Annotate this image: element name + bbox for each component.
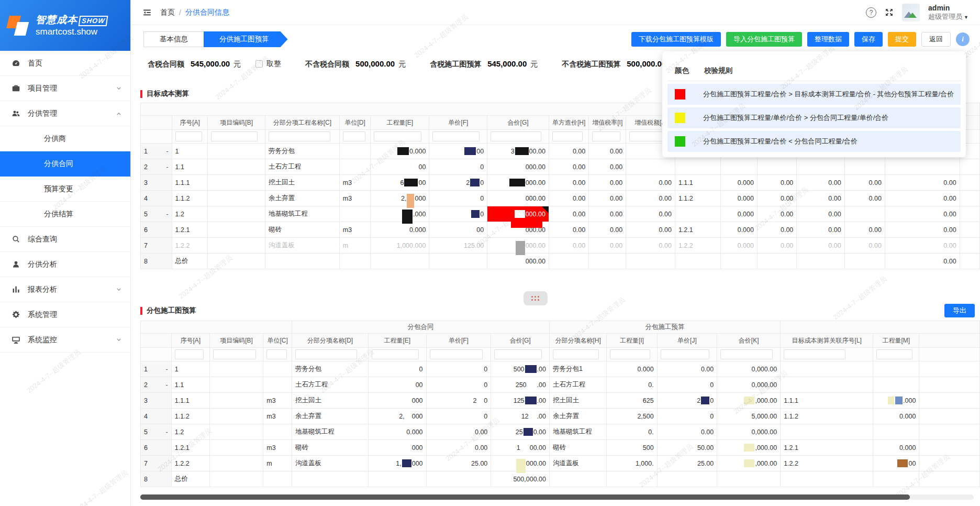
cell[interactable]: 2,000 bbox=[368, 409, 426, 424]
filter-input[interactable] bbox=[720, 349, 772, 359]
cell[interactable]: 000.00 bbox=[487, 175, 549, 191]
import-budget-button[interactable]: 导入分包施工图预算 bbox=[726, 32, 802, 47]
avatar[interactable] bbox=[902, 4, 920, 21]
cell[interactable]: 1.1.1 bbox=[675, 175, 720, 191]
column-header[interactable] bbox=[141, 334, 172, 348]
cell[interactable]: 砌砖 bbox=[549, 440, 606, 456]
cell[interactable]: 0.000 bbox=[720, 222, 757, 238]
cell[interactable]: 000.00 bbox=[487, 238, 549, 254]
cell[interactable]: 0.00 bbox=[757, 206, 796, 222]
column-header[interactable]: 单位[C] bbox=[263, 334, 292, 348]
cell[interactable]: m3 bbox=[263, 409, 292, 424]
filter-input[interactable] bbox=[876, 349, 912, 359]
row-collapse-toggle[interactable]: - bbox=[166, 211, 168, 218]
cell[interactable]: 0.00 bbox=[626, 222, 675, 238]
cell[interactable] bbox=[675, 159, 720, 175]
filter-input[interactable] bbox=[494, 349, 542, 359]
cell[interactable] bbox=[429, 254, 487, 269]
cell[interactable]: 2,000 bbox=[371, 191, 429, 206]
sidebar-item-report-analysis[interactable]: 报表分析 bbox=[0, 277, 130, 302]
filter-input[interactable] bbox=[266, 349, 286, 359]
cell[interactable]: 0. bbox=[607, 377, 658, 393]
cell[interactable] bbox=[781, 471, 873, 487]
tab-basic-info[interactable]: 基本信息 bbox=[143, 31, 204, 47]
column-header[interactable]: 单价[F] bbox=[426, 334, 491, 348]
cell[interactable] bbox=[208, 191, 265, 206]
row-handle[interactable]: 6 bbox=[141, 440, 172, 456]
info-icon[interactable]: i bbox=[956, 32, 970, 46]
back-button[interactable]: 返回 bbox=[921, 32, 951, 47]
cell[interactable]: 0.000 bbox=[368, 424, 426, 440]
cell[interactable] bbox=[208, 238, 265, 254]
cell[interactable] bbox=[919, 361, 980, 377]
download-template-button[interactable]: 下载分包施工图预算模版 bbox=[631, 32, 721, 47]
cell[interactable]: 总价 bbox=[171, 471, 209, 487]
organize-data-button[interactable]: 整理数据 bbox=[807, 32, 849, 47]
cell[interactable]: 挖土回土 bbox=[292, 393, 369, 409]
cell[interactable]: 0,000.00 bbox=[717, 361, 781, 377]
cell[interactable]: m3 bbox=[263, 440, 292, 456]
table-row[interactable]: 71.2.2m沟道盖板1,00025.00000.00沟道盖板1,000.25.… bbox=[141, 456, 980, 471]
cell[interactable]: 25.00 bbox=[426, 456, 491, 471]
column-header[interactable]: 增值税率[I] bbox=[589, 116, 626, 130]
scrollbar-thumb[interactable] bbox=[140, 494, 910, 500]
cell[interactable] bbox=[607, 471, 658, 487]
cell[interactable] bbox=[919, 424, 980, 440]
cell[interactable]: 0.000 bbox=[371, 222, 429, 238]
row-handle[interactable]: 7 bbox=[141, 238, 172, 254]
column-header[interactable]: 合价[G] bbox=[487, 116, 549, 130]
cell[interactable]: 1.2.1 bbox=[675, 222, 720, 238]
row-handle[interactable]: 7 bbox=[141, 456, 172, 471]
sidebar-item-project-management[interactable]: 项目管理 bbox=[0, 76, 130, 101]
table-row[interactable]: 5-1.2地基砌筑工程0.0000.00250.00地基砌筑工程0.0.000,… bbox=[141, 424, 980, 440]
cell[interactable]: 总价 bbox=[172, 254, 208, 269]
row-handle[interactable]: 4 bbox=[141, 409, 172, 424]
cell[interactable]: ,000.00 bbox=[717, 393, 781, 409]
cell[interactable] bbox=[209, 393, 263, 409]
cell[interactable]: 1 bbox=[172, 144, 208, 159]
cell[interactable] bbox=[263, 377, 292, 393]
cell[interactable] bbox=[781, 361, 873, 377]
cell[interactable]: 沟道盖板 bbox=[265, 238, 340, 254]
export-button[interactable]: 导出 bbox=[944, 304, 975, 317]
column-header[interactable]: 分部分项名称[D] bbox=[292, 334, 369, 348]
cell[interactable]: 1.1.1 bbox=[171, 393, 209, 409]
cell[interactable]: 0.000 bbox=[873, 440, 919, 456]
cell[interactable] bbox=[720, 159, 757, 175]
cell[interactable]: 劳务分包 bbox=[265, 144, 340, 159]
cell[interactable]: 1.2.2 bbox=[172, 238, 208, 254]
row-collapse-toggle[interactable]: - bbox=[166, 381, 168, 389]
sidebar-item-home[interactable]: 首页 bbox=[0, 51, 130, 76]
cell[interactable]: 1 bbox=[171, 361, 209, 377]
cell[interactable] bbox=[720, 254, 757, 269]
cell[interactable] bbox=[339, 206, 371, 222]
sidebar-item-comprehensive-query[interactable]: 综合查询 bbox=[0, 227, 130, 252]
row-handle[interactable]: 4 bbox=[141, 191, 172, 206]
sidebar-item-system-management[interactable]: 系统管理 bbox=[0, 302, 130, 327]
cell[interactable]: 100.00 bbox=[491, 440, 550, 456]
cell[interactable]: 挖土回土 bbox=[549, 393, 606, 409]
cell[interactable]: 0.00 bbox=[589, 222, 626, 238]
breadcrumb-home[interactable]: 首页 bbox=[160, 8, 175, 17]
cell[interactable] bbox=[873, 377, 919, 393]
cell[interactable] bbox=[549, 471, 606, 487]
cell[interactable]: 土石方工程 bbox=[292, 377, 369, 393]
cell[interactable]: 0.00 bbox=[844, 191, 885, 206]
cell[interactable]: 余土弃置 bbox=[265, 191, 340, 206]
table-row[interactable]: 8总价500,000.00 bbox=[141, 471, 980, 487]
cell[interactable] bbox=[675, 254, 720, 269]
cell[interactable]: 0.00 bbox=[885, 238, 960, 254]
column-header[interactable]: 工程量[E] bbox=[368, 334, 426, 348]
column-header[interactable]: 目标成本测算关联序号[L] bbox=[781, 334, 873, 348]
cell[interactable]: 0.000 bbox=[873, 409, 919, 424]
cell[interactable] bbox=[919, 393, 980, 409]
cell[interactable]: 125.00 bbox=[491, 393, 550, 409]
cell[interactable]: 0.00 bbox=[797, 222, 844, 238]
cell[interactable]: 0.00 bbox=[626, 238, 675, 254]
cell[interactable]: 00 bbox=[873, 456, 919, 471]
cell[interactable] bbox=[657, 471, 717, 487]
cell[interactable] bbox=[371, 254, 429, 269]
row-handle[interactable]: 8 bbox=[141, 471, 172, 487]
cell[interactable]: 沟道盖板 bbox=[549, 456, 606, 471]
cell[interactable]: 0 bbox=[429, 206, 487, 222]
